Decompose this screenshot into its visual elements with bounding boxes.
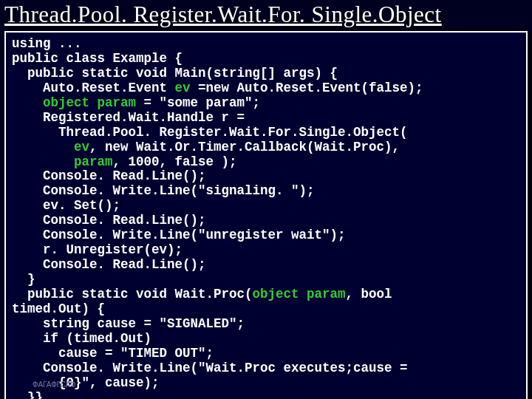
slide-title: Thread.Pool. Register.Wait.For. Single.O… <box>4 1 528 28</box>
code-highlight: ev <box>74 140 89 154</box>
code-seg: , new Wait.Or.Timer.Callback(Wait.Proc), <box>89 140 400 154</box>
code-line: Console. Write.Line("unregister wait"); <box>12 228 346 242</box>
code-seg: = "some param"; <box>136 95 260 110</box>
slide: Thread.Pool. Register.Wait.For. Single.O… <box>0 0 532 399</box>
code-block: using ... public class Example { public … <box>12 37 520 399</box>
code-line: timed.Out) { <box>12 301 105 316</box>
code-line: r. Unregister(ev); <box>12 242 183 257</box>
code-line: Console. Read.Line(); <box>12 213 206 228</box>
code-seg: Auto.Reset.Event <box>12 81 175 95</box>
code-line: ev. Set(); <box>12 198 120 213</box>
code-line: }} <box>12 390 43 400</box>
code-box: using ... public class Example { public … <box>4 31 528 399</box>
code-line: } <box>12 272 35 287</box>
code-seg <box>12 95 43 110</box>
footer-watermark: ФАГАФГСАФ <box>33 381 76 389</box>
code-line: using ... <box>12 36 82 51</box>
code-seg: =new Auto.Reset.Event(false); <box>191 81 423 95</box>
code-line: Thread.Pool. Register.Wait.For.Single.Ob… <box>12 125 408 140</box>
code-seg: , 1000, false ); <box>113 154 237 169</box>
code-seg: , bool <box>346 287 392 301</box>
code-seg <box>12 154 74 169</box>
code-line: Console. Read.Line(); <box>12 257 206 272</box>
code-highlight: ev <box>175 81 191 95</box>
code-line: string cause = "SIGNALED"; <box>12 316 245 331</box>
code-highlight: param <box>74 154 113 169</box>
code-line: Console. Write.Line("signaling. "); <box>12 183 315 198</box>
code-line: if (timed.Out) <box>12 331 151 346</box>
code-highlight: object param <box>253 287 346 301</box>
code-seg <box>12 140 74 154</box>
code-line: cause = "TIMED OUT"; <box>12 346 214 361</box>
code-line: Console. Write.Line("Wait.Proc executes;… <box>12 361 408 375</box>
code-highlight: object param <box>43 95 136 110</box>
code-line: Registered.Wait.Handle r = <box>12 110 245 125</box>
code-line: public static void Main(string[] args) { <box>12 66 338 81</box>
code-line: Console. Read.Line(); <box>12 168 206 183</box>
code-line: public class Example { <box>12 51 183 66</box>
code-seg: public static void Wait.Proc( <box>12 287 253 301</box>
